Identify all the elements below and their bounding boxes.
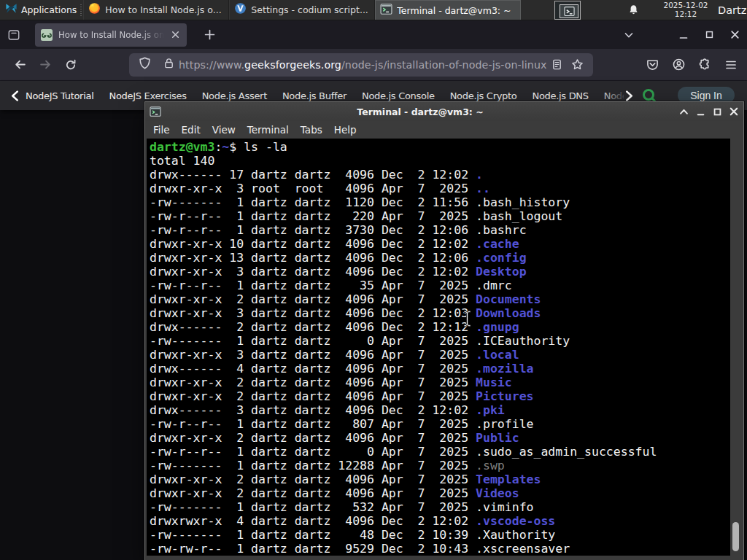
terminal-window: Terminal - dartz@vm3: ~ — [144, 101, 744, 560]
tracking-protection-shield-icon[interactable] — [139, 57, 151, 72]
subnav-link[interactable]: NodeJS Tutorial — [26, 90, 93, 101]
tabbar-right-controls — [618, 24, 746, 46]
terminal-line: drwxr-xr-x 10 dartz dartz 4096 Dec 2 12:… — [150, 237, 730, 251]
taskbar-button-codium[interactable]: Settings - codium script... — [229, 0, 375, 20]
terminal-body: dartz@vm3:~$ ls -latotal 140drwx------ 1… — [147, 139, 742, 556]
panel-grip — [78, 0, 83, 20]
terminal-menu-terminal[interactable]: Terminal — [241, 124, 295, 136]
reader-view-button[interactable] — [546, 55, 567, 75]
close-icon — [729, 106, 739, 117]
terminal-line: drwx------ 4 dartz dartz 4096 Apr 7 2025… — [150, 362, 730, 376]
terminal-menu-edit[interactable]: Edit — [176, 124, 206, 136]
terminal-line: -rw-r--r-- 1 dartz dartz 3730 Dec 2 12:0… — [150, 223, 730, 237]
terminal-close-button[interactable] — [729, 106, 739, 117]
applications-menu-button[interactable]: Applications — [0, 0, 78, 20]
list-all-tabs-button[interactable] — [618, 24, 640, 46]
subnav-link[interactable]: Node.js Crypto — [450, 90, 517, 101]
extensions-button[interactable] — [693, 53, 716, 77]
back-button[interactable] — [8, 53, 31, 77]
terminal-menu-tabs[interactable]: Tabs — [295, 124, 328, 136]
tab-favicon-geeksforgeeks — [41, 29, 53, 41]
taskbar-button-firefox[interactable]: How to Install Node.js o... — [83, 0, 229, 20]
terminal-menu-view[interactable]: View — [206, 124, 241, 136]
bookmark-star-button[interactable] — [567, 55, 587, 75]
connection-secure-lock-icon[interactable] — [163, 58, 174, 71]
puzzle-icon — [699, 58, 711, 71]
terminal-line: drwxr-xr-x 3 dartz dartz 4096 Dec 2 12:0… — [150, 306, 730, 320]
subnav-link[interactable]: Node.js DNS — [532, 90, 588, 101]
terminal-line: drwxr-xr-x 2 dartz dartz 4096 Apr 7 2025… — [150, 389, 730, 403]
new-tab-button[interactable] — [198, 24, 220, 46]
taskbar-button-label: Terminal - dartz@vm3: ~ — [397, 5, 511, 16]
subnav-scroll-right-button[interactable] — [624, 90, 634, 101]
terminal-line: drwxr-xr-x 13 dartz dartz 4096 Dec 2 12:… — [150, 251, 730, 265]
terminal-shade-button[interactable] — [678, 106, 689, 117]
notification-bell-icon[interactable] — [627, 4, 640, 16]
terminal-line: -rw------- 1 dartz dartz 532 Apr 7 2025 … — [150, 500, 730, 514]
terminal-screen[interactable]: dartz@vm3:~$ ls -latotal 140drwx------ 1… — [147, 139, 730, 556]
terminal-line: -rw-r--r-- 1 dartz dartz 35 Apr 7 2025 .… — [150, 279, 730, 292]
url-bar[interactable]: https://www.geeksforgeeks.org/node-js/in… — [129, 53, 593, 77]
subnav-link[interactable]: NodeJS Exercises — [109, 90, 186, 101]
terminal-menubar: FileEditViewTerminalTabsHelp — [145, 121, 743, 139]
close-icon — [729, 29, 740, 40]
app-menu-button[interactable] — [719, 53, 743, 77]
terminal-bottom-border — [145, 556, 743, 560]
subnav-link[interactable]: Node.js Assert — [202, 90, 267, 101]
shade-caret-icon — [679, 107, 689, 117]
distro-logo-icon — [4, 1, 18, 18]
terminal-minimize-button[interactable] — [695, 106, 705, 117]
taskbar-window-buttons: How to Install Node.js o... Settings - c… — [83, 0, 521, 20]
terminal-line: drwxr-xr-x 2 dartz dartz 4096 Apr 7 2025… — [150, 431, 730, 445]
account-icon — [673, 58, 685, 71]
workspace-pager[interactable] — [554, 1, 581, 20]
window-close-button[interactable] — [724, 24, 746, 46]
terminal-maximize-button[interactable] — [712, 106, 722, 117]
forward-button[interactable] — [34, 53, 57, 77]
reload-button[interactable] — [59, 53, 82, 77]
terminal-line: -rw-r--r-- 1 dartz dartz 807 Apr 7 2025 … — [150, 417, 730, 431]
panel-clock[interactable]: 2025-12-02 12:12 — [659, 1, 712, 18]
panel-username[interactable]: Dartz — [718, 4, 747, 16]
window-maximize-button[interactable] — [698, 24, 720, 46]
firefox-tab-bar: How to Install Node.js on — [0, 20, 747, 49]
pocket-button[interactable] — [640, 53, 664, 77]
terminal-scrollbar[interactable] — [730, 139, 742, 556]
terminal-line: drwxr-xr-x 2 dartz dartz 4096 Apr 7 2025… — [150, 292, 730, 306]
terminal-line: drwxr-xr-x 2 dartz dartz 4096 Apr 7 2025… — [150, 472, 730, 486]
taskbar-button-terminal[interactable]: Terminal - dartz@vm3: ~ — [375, 0, 521, 20]
star-icon — [571, 58, 584, 71]
terminal-titlebar[interactable]: Terminal - dartz@vm3: ~ — [145, 102, 743, 121]
xfce-panel: Applications How — [0, 0, 747, 20]
terminal-line: drwxr-xr-x 3 dartz dartz 4096 Dec 2 12:0… — [150, 265, 730, 279]
subnav-scroll-left-button[interactable] — [10, 90, 20, 101]
terminal-window-controls — [678, 106, 739, 117]
terminal-menu-file[interactable]: File — [147, 124, 176, 136]
hamburger-menu-icon — [725, 59, 737, 71]
terminal-line: dartz@vm3:~$ ls -la — [150, 140, 730, 154]
terminal-menu-help[interactable]: Help — [328, 124, 363, 136]
maximize-icon — [713, 107, 722, 117]
terminal-line: drwxr-xr-x 2 dartz dartz 4096 Apr 7 2025… — [150, 376, 730, 389]
subnav-link[interactable]: Node.js Buffer — [282, 90, 347, 101]
subnav-link[interactable]: Node.js Console — [362, 90, 435, 101]
firefox-view-button[interactable] — [7, 28, 20, 42]
account-button[interactable] — [667, 53, 690, 77]
browser-tab[interactable]: How to Install Node.js on — [35, 23, 187, 47]
codium-icon — [234, 2, 247, 18]
chevron-down-icon — [624, 30, 634, 40]
terminal-line: drwxrwxr-x 4 dartz dartz 4096 Dec 2 12:0… — [150, 514, 730, 528]
terminal-line: drwx------ 17 dartz dartz 4096 Dec 2 12:… — [150, 168, 730, 182]
terminal-scrollbar-thumb[interactable] — [732, 522, 739, 551]
mouse-ibeam-cursor — [462, 310, 473, 330]
terminal-icon — [564, 6, 575, 17]
terminal-output: dartz@vm3:~$ ls -latotal 140drwx------ 1… — [150, 140, 730, 556]
url-text: https://www.geeksforgeeks.org/node-js/in… — [179, 59, 546, 71]
terminal-line: total 140 — [150, 154, 730, 168]
tab-close-button[interactable] — [168, 28, 182, 42]
tab-title: How to Install Node.js on — [58, 30, 168, 40]
firefox-icon — [88, 2, 101, 18]
arrow-right-icon — [39, 58, 52, 71]
terminal-line: drwxr-xr-x 3 dartz dartz 4096 Apr 7 2025… — [150, 348, 730, 362]
window-minimize-button[interactable] — [673, 24, 694, 46]
